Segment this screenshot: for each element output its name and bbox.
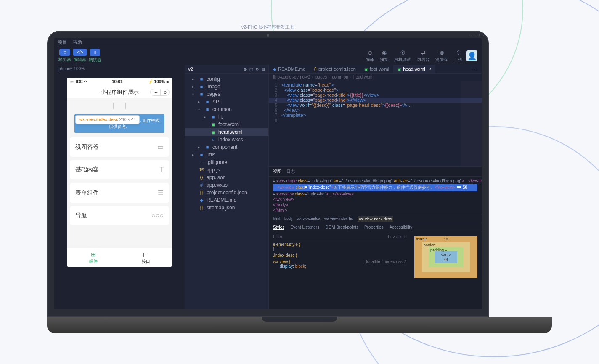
- styles-panel[interactable]: Filter :hov .cls + element.style {}.inde…: [269, 232, 410, 309]
- tree-item[interactable]: ▸■config: [185, 75, 268, 83]
- mode-editor[interactable]: </> 编辑器: [73, 49, 87, 63]
- action-1[interactable]: ◉预览: [380, 50, 388, 63]
- refresh-icon[interactable]: ⟳: [256, 67, 259, 71]
- list-item[interactable]: 基础内容T: [70, 160, 169, 179]
- tree-item[interactable]: ▸■API: [185, 98, 268, 106]
- user-avatar[interactable]: 👤: [466, 50, 477, 61]
- menu-project[interactable]: 项目: [58, 39, 67, 45]
- tabbar-item[interactable]: ⊞组件: [67, 248, 119, 267]
- style-filter[interactable]: Filter: [273, 235, 282, 239]
- menu-help[interactable]: 帮助: [73, 39, 82, 45]
- list-item[interactable]: 表单组件☰: [70, 183, 169, 203]
- project-root[interactable]: v2: [188, 66, 193, 71]
- devtab-elements[interactable]: 视图: [273, 169, 281, 174]
- action-5[interactable]: ⇧上传: [454, 50, 462, 63]
- tree-item[interactable]: {}sitemap.json: [185, 204, 268, 211]
- inspector-tooltip: wx-view.index-desc 240 × 44: [75, 115, 140, 124]
- tab-overflow[interactable]: ⋯: [470, 66, 482, 72]
- style-tab[interactable]: Accessibility: [390, 225, 412, 230]
- tree-item[interactable]: ▾■common: [185, 106, 268, 113]
- minimap[interactable]: [461, 81, 482, 166]
- action-2[interactable]: ✆真机调试: [394, 50, 411, 63]
- tree-item[interactable]: ▣foot.wxml: [185, 121, 268, 128]
- devtab-console[interactable]: 日志: [286, 169, 295, 174]
- editor-tab[interactable]: {}project.config.json: [310, 65, 360, 73]
- simulator-panel: iphone6 100% ▪▪▪ IDE ⌔ 10:01 ⚡ 100% ■ 小程…: [54, 65, 185, 309]
- tree-item[interactable]: ▣head.wxml: [185, 128, 268, 136]
- mode-simulator[interactable]: □ 模拟器: [58, 49, 71, 63]
- tree-item[interactable]: {}project.config.json: [185, 189, 268, 196]
- code-editor: ◆README.md{}project.config.json▣foot.wxm…: [269, 65, 482, 309]
- menubar: 项目 帮助 v2-FinClip小程序开发工具 — □ ×: [54, 38, 482, 47]
- new-folder-icon[interactable]: ▢: [249, 67, 253, 71]
- tree-item[interactable]: ▾■pages: [185, 90, 268, 98]
- devtools-panel: 视图 日志 ▸ <wx-image class="index-logo" src…: [269, 166, 482, 309]
- tree-item[interactable]: ◆README.md: [185, 196, 268, 204]
- tree-item[interactable]: JSapp.js: [185, 166, 268, 174]
- action-3[interactable]: ⇄切后台: [417, 50, 429, 63]
- style-tab[interactable]: Styles: [273, 225, 284, 230]
- style-tab[interactable]: DOM Breakpoints: [325, 225, 358, 230]
- code-area[interactable]: 1<template name="head">2 <view class="pa…: [269, 81, 482, 166]
- mode-debugger[interactable]: ⫴ 调试器: [89, 49, 101, 63]
- tree-item[interactable]: ▸■utils: [185, 151, 268, 158]
- dom-breadcrumb: htmlbodywx-view.indexwx-view.index-hdwx-…: [269, 215, 482, 223]
- collapse-icon[interactable]: ⊟: [262, 67, 265, 71]
- style-tab[interactable]: Event Listeners: [290, 225, 319, 230]
- page-title: 小程序组件展示: [101, 88, 139, 96]
- phone-tabbar: ⊞组件◫接口: [67, 248, 172, 267]
- file-explorer: v2 ⊕ ▢ ⟳ ⊟ ▸■config▸■image▾■pages▸■API▾■…: [185, 65, 269, 309]
- capsule-button[interactable]: ••• ⊙: [150, 89, 170, 96]
- tree-item[interactable]: #index.wxss: [185, 136, 268, 143]
- ide-window: 项目 帮助 v2-FinClip小程序开发工具 — □ × □ 模拟器: [54, 38, 482, 309]
- new-file-icon[interactable]: ⊕: [244, 67, 247, 71]
- tree-item[interactable]: ▸■component: [185, 143, 268, 151]
- device-info: iphone6 100%: [54, 65, 185, 73]
- list-item[interactable]: 视图容器▭: [70, 137, 169, 157]
- action-0[interactable]: ⊙编译: [366, 50, 374, 63]
- phone-statusbar: ▪▪▪ IDE ⌔ 10:01 ⚡ 100% ■: [67, 78, 172, 86]
- laptop-frame: 项目 帮助 v2-FinClip小程序开发工具 — □ × □ 模拟器: [47, 31, 552, 333]
- tree-item[interactable]: #app.wxss: [185, 181, 268, 189]
- list-item[interactable]: 导航○○○: [70, 206, 169, 225]
- style-tab[interactable]: Properties: [364, 225, 384, 230]
- tree-item[interactable]: ▫.gitignore: [185, 158, 268, 166]
- editor-tab[interactable]: ▣foot.wxml: [360, 65, 393, 73]
- phone-navbar: 小程序组件展示 ••• ⊙: [67, 86, 172, 98]
- tree-item[interactable]: ▸■lib: [185, 113, 268, 121]
- editor-tab[interactable]: ◆README.md: [269, 65, 310, 73]
- dom-tree[interactable]: ▸ <wx-image class="index-logo" src="../r…: [269, 177, 482, 215]
- action-4[interactable]: ⊗清缓存: [435, 50, 448, 63]
- tree-item[interactable]: {}app.json: [185, 174, 268, 181]
- editor-tab[interactable]: ▣head.wxml×: [393, 65, 435, 73]
- style-filter-actions[interactable]: :hov .cls +: [387, 235, 406, 239]
- phone-simulator: ▪▪▪ IDE ⌔ 10:01 ⚡ 100% ■ 小程序组件展示 ••• ⊙: [67, 78, 172, 267]
- toolbar: □ 模拟器 </> 编辑器 ⫴ 调试器 ⊙编译◉预览✆真机调试⇄切后台⊗清缓存⇧…: [54, 47, 482, 65]
- tabbar-item[interactable]: ◫接口: [119, 248, 172, 267]
- logo-placeholder: [113, 102, 126, 110]
- breadcrumb: fino-applet-demo-v2pagescommonhead.wxml: [269, 74, 482, 81]
- tree-item[interactable]: ▸■image: [185, 83, 268, 90]
- box-model: margin 10 border – padding – 240 × 4: [410, 232, 482, 309]
